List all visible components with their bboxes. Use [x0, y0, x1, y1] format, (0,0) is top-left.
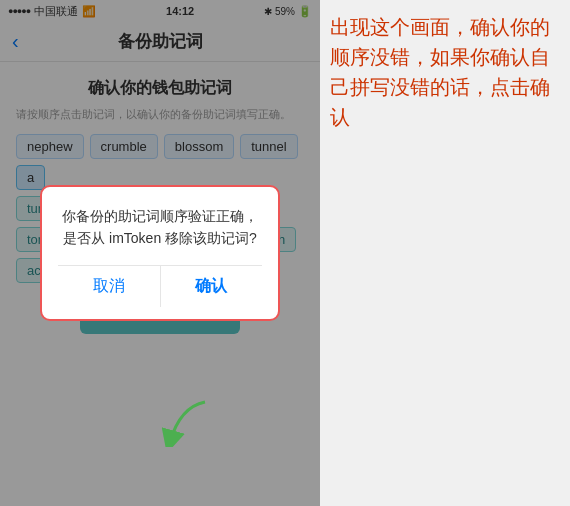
modal-cancel-button[interactable]: 取消 [58, 266, 161, 307]
annotation-panel: 出现这个画面，确认你的顺序没错，如果你确认自己拼写没错的话，点击确认 [320, 0, 570, 506]
modal-button-group: 取消 确认 [58, 265, 262, 307]
modal-message: 你备份的助记词顺序验证正确，是否从 imToken 移除该助记词? [58, 205, 262, 250]
green-arrow-annotation [150, 397, 210, 451]
modal-dialog: 你备份的助记词顺序验证正确，是否从 imToken 移除该助记词? 取消 确认 [40, 185, 280, 322]
annotation-text: 出现这个画面，确认你的顺序没错，如果你确认自己拼写没错的话，点击确认 [330, 12, 560, 132]
phone-frame: ●●●●● 中国联通 📶 14:12 ✱ 59% 🔋 ‹ 备份助记词 确认你的钱… [0, 0, 320, 506]
modal-confirm-button[interactable]: 确认 [161, 266, 263, 307]
